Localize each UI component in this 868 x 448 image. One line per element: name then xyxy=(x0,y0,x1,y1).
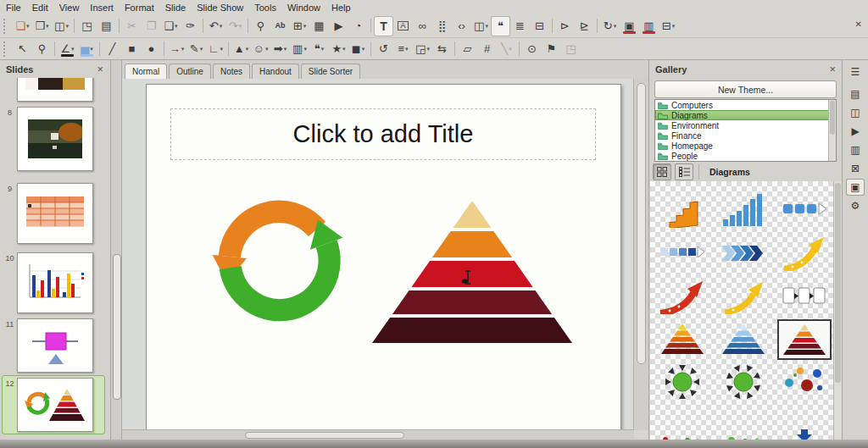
title-placeholder[interactable]: Click to add Title xyxy=(170,108,596,160)
gallery-thumbnails-scrollbar-thumb[interactable] xyxy=(835,183,841,383)
recycle-arrows-graphic[interactable] xyxy=(196,188,367,334)
dropdown-arrow-icon[interactable]: ▾ xyxy=(509,46,512,52)
close-icon[interactable]: ✕ xyxy=(97,65,103,74)
gallery-item-yellow-curved-arrow-2[interactable] xyxy=(716,276,771,315)
connectors-icon[interactable]: ∟▾ xyxy=(207,40,225,58)
distribute-icon[interactable]: ⇆ xyxy=(433,40,451,58)
gallery-icon[interactable]: ▣ xyxy=(847,180,864,195)
insert-hyperlink-icon[interactable]: ∞ xyxy=(414,17,431,36)
basic-shapes-icon[interactable]: ▲▾ xyxy=(232,40,250,58)
dropdown-arrow-icon[interactable]: ▾ xyxy=(321,46,325,52)
toolbar-grip[interactable] xyxy=(3,41,9,57)
new-theme-button[interactable]: New Theme... xyxy=(654,80,837,98)
export-pdf-icon[interactable]: ◳ xyxy=(78,17,96,36)
horizontal-scrollbar-thumb[interactable] xyxy=(245,432,404,439)
slide-thumbnail-9[interactable]: 9 xyxy=(3,183,104,244)
expand-slide-icon[interactable]: ⊟▾ xyxy=(659,17,677,36)
lines-and-arrows-icon[interactable]: →▾ xyxy=(168,40,186,58)
theme-row-people[interactable]: People xyxy=(655,151,836,161)
gallery-item-scattered-spheres[interactable] xyxy=(777,362,832,401)
new-presentation-icon[interactable]: ❏▾ xyxy=(14,17,31,36)
view-tab-normal[interactable]: Normal xyxy=(125,64,167,80)
dropdown-arrow-icon[interactable]: ▾ xyxy=(181,46,185,52)
gallery-item-blue-bar-chart[interactable] xyxy=(716,190,771,229)
menu-item-edit[interactable]: Edit xyxy=(32,3,48,13)
start-from-first-slide-icon[interactable]: ⊳ xyxy=(556,17,574,36)
detailed-view-toggle[interactable] xyxy=(675,163,693,180)
slide-transition-icon[interactable]: ◫ xyxy=(847,105,864,120)
select-icon[interactable]: ↖ xyxy=(14,40,31,58)
shadow-icon[interactable]: ▱ xyxy=(459,40,476,58)
rectangle-icon[interactable]: ■ xyxy=(123,40,141,58)
theme-list-scrollbar-thumb[interactable] xyxy=(830,101,835,135)
ellipse-icon[interactable]: ● xyxy=(142,40,160,58)
menu-item-slide-show[interactable]: Slide Show xyxy=(197,3,243,13)
curves-polygons-icon[interactable]: ✎▾ xyxy=(187,40,205,58)
dropdown-arrow-icon[interactable]: ▾ xyxy=(246,46,249,52)
gallery-item-dots-row-partial[interactable] xyxy=(655,406,709,440)
spelling-icon[interactable]: Ab xyxy=(271,17,289,36)
gallery-item-green-circle-arrows-in[interactable] xyxy=(655,362,709,401)
zoom-pan-icon[interactable]: ⚲ xyxy=(33,40,51,58)
gallery-item-green-dots-partial[interactable] xyxy=(716,406,771,440)
rotate-object-icon[interactable]: ↺ xyxy=(375,40,392,58)
dropdown-arrow-icon[interactable]: ▾ xyxy=(485,23,488,29)
paste-icon[interactable]: ❑▾ xyxy=(162,17,180,36)
view-tab-outline[interactable]: Outline xyxy=(169,64,211,79)
slide-thumbnail-8[interactable]: 8 xyxy=(3,107,104,171)
dropdown-arrow-icon[interactable]: ▾ xyxy=(71,46,75,52)
duplicate-slide-icon[interactable]: ▣ xyxy=(620,17,638,36)
slide-thumbnail-7[interactable] xyxy=(3,78,104,102)
special-character-icon[interactable]: ‹› xyxy=(453,17,470,36)
dropdown-arrow-icon[interactable]: ▾ xyxy=(342,46,346,52)
edit-points-icon[interactable]: ⊙ xyxy=(523,40,541,58)
insert-table-icon[interactable]: ⊞▾ xyxy=(291,17,309,36)
menu-item-slide[interactable]: Slide xyxy=(165,3,186,13)
slide-editing-surface[interactable]: Click to add Title xyxy=(146,84,621,430)
new-slide-icon[interactable]: ▥ xyxy=(640,17,658,36)
dropdown-arrow-icon[interactable]: ▾ xyxy=(405,46,409,52)
gallery-item-red-curved-arrow[interactable] xyxy=(655,276,709,315)
dropdown-arrow-icon[interactable]: ▾ xyxy=(239,23,242,29)
print-icon[interactable]: ▤ xyxy=(97,17,115,36)
gallery-item-blue-squares-arrow[interactable] xyxy=(777,190,832,229)
gallery-item-fading-squares-arrow[interactable] xyxy=(655,233,709,272)
slide-thumbnail-12-selected[interactable]: 12 xyxy=(3,376,104,434)
crop-image-icon[interactable]: # xyxy=(478,40,496,58)
slides-panel-scrollbar[interactable] xyxy=(111,60,122,440)
dropdown-arrow-icon[interactable]: ▾ xyxy=(426,46,430,52)
gallery-item-orange-3d-steps[interactable] xyxy=(655,190,709,229)
gallery-item-green-circle-arrows-in-2[interactable] xyxy=(716,362,771,401)
insert-line-icon[interactable]: ╱ xyxy=(103,40,121,58)
gallery-item-arrow-down-partial[interactable] xyxy=(777,406,832,440)
dropdown-arrow-icon[interactable]: ▾ xyxy=(200,46,203,52)
dropdown-arrow-icon[interactable]: ▾ xyxy=(90,46,93,52)
dropdown-arrow-icon[interactable]: ▾ xyxy=(220,46,224,52)
fill-color-icon[interactable]: ▅▾ xyxy=(78,40,96,58)
master-slides-icon[interactable]: ▥ xyxy=(847,142,864,158)
undo-icon[interactable]: ↶▾ xyxy=(207,17,225,36)
sidebar-settings-icon[interactable]: ☰ xyxy=(847,64,864,80)
gallery-item-blue-chevron-arrows[interactable] xyxy=(716,233,771,272)
open-document-icon[interactable]: ❒▾ xyxy=(33,17,51,36)
view-tab-handout[interactable]: Handout xyxy=(252,64,299,79)
view-tab-slide-sorter[interactable]: Slide Sorter xyxy=(301,64,360,79)
gallery-item-red-pyramid-selected[interactable] xyxy=(777,319,832,360)
dropdown-arrow-icon[interactable]: ▾ xyxy=(65,23,69,29)
close-icon[interactable]: ✕ xyxy=(829,65,836,74)
symbol-shapes-icon[interactable]: ☺▾ xyxy=(252,40,270,58)
insert-media-icon[interactable]: ▶ xyxy=(330,17,348,36)
slides-panel-scrollbar-thumb[interactable] xyxy=(113,254,121,400)
dropdown-arrow-icon[interactable]: ▾ xyxy=(220,23,223,29)
theme-row-homepage[interactable]: Homepage xyxy=(655,141,836,151)
toolbar-grip[interactable] xyxy=(3,19,9,34)
slide-thumbnail-10[interactable]: 10 xyxy=(3,252,104,313)
close-document-icon[interactable]: ✕ xyxy=(855,19,862,29)
gallery-item-process-boxes-arrows[interactable] xyxy=(777,276,832,315)
styles-icon[interactable]: ⊠ xyxy=(847,161,864,176)
display-views-icon[interactable]: ◫▾ xyxy=(472,17,490,36)
vertical-scrollbar[interactable] xyxy=(633,79,648,430)
animation-icon[interactable]: ▶ xyxy=(847,124,864,139)
callout-shapes-icon[interactable]: ❝▾ xyxy=(310,40,328,58)
vertical-text-icon[interactable]: A xyxy=(394,17,412,36)
